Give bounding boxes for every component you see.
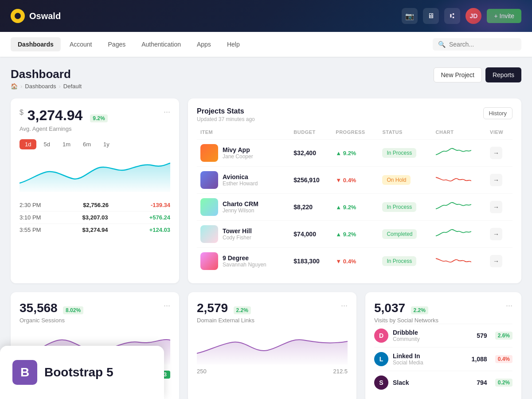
bootstrap-text: Bootstrap 5	[44, 365, 113, 379]
projects-table: ITEM BUDGET PROGRESS STATUS CHART VIEW M…	[197, 129, 512, 274]
domain-labels: 250 212.5	[197, 368, 348, 375]
social-value: 1,088	[472, 356, 487, 363]
table-row: Charto CRM Jenny Wilson $8,220 ▲ 9.2% In…	[197, 194, 512, 221]
social-details: Linked In Social Media	[393, 352, 423, 366]
project-details: Mivy App Jane Cooper	[223, 146, 253, 160]
social-networks-card: 5,037 2.2% Visits by Social Networks ···…	[365, 292, 521, 399]
social-header: 5,037 2.2% Visits by Social Networks ···	[374, 301, 512, 324]
social-more-icon[interactable]: ···	[506, 301, 512, 310]
table-row: Mivy App Jane Cooper $32,400 ▲ 9.2% In P…	[197, 140, 512, 167]
page-title: Dashboard	[11, 67, 82, 81]
project-view-button[interactable]: →	[490, 201, 502, 213]
social-badge: 0.2%	[495, 379, 512, 387]
earnings-val-2: $3,207.03	[82, 214, 108, 221]
social-item: D Dribbble Community 579 2.6%	[374, 324, 512, 347]
social-badge: 2.6%	[495, 332, 512, 340]
time-btn-1y[interactable]: 1y	[98, 139, 115, 149]
project-chart	[432, 194, 487, 221]
project-item: Avionica Esther Howard	[200, 171, 286, 189]
social-info: 5,037 2.2% Visits by Social Networks	[374, 301, 438, 324]
breadcrumb-dashboards: Dashboards	[25, 83, 56, 90]
project-budget: $183,300	[293, 258, 319, 265]
project-item: Charto CRM Jenny Wilson	[200, 198, 286, 216]
avatar[interactable]: JD	[466, 8, 481, 24]
nav-dashboards[interactable]: Dashboards	[11, 37, 61, 51]
time-btn-6m[interactable]: 6m	[78, 139, 96, 149]
social-icon: D	[374, 329, 388, 343]
project-status: In Process	[382, 148, 416, 158]
nav-help[interactable]: Help	[220, 37, 247, 51]
project-view-button[interactable]: →	[490, 147, 502, 159]
invite-button[interactable]: + Invite	[487, 9, 521, 23]
project-name: 9 Degree	[223, 254, 266, 262]
earnings-chart	[20, 156, 170, 192]
social-label: Visits by Social Networks	[374, 317, 438, 324]
project-author: Cody Fisher	[223, 235, 252, 241]
project-thumb	[200, 225, 218, 243]
domain-more-icon[interactable]: ···	[341, 301, 348, 310]
project-chart	[432, 167, 487, 194]
domain-links-card: 2,579 2.2% Domain External Links ···	[188, 292, 356, 399]
project-thumb	[200, 198, 218, 216]
social-name: Linked In	[393, 352, 423, 360]
bootstrap-overlay: B Bootstrap 5	[0, 346, 164, 399]
social-value: 794	[477, 379, 487, 386]
earnings-time-1: 2:30 PM	[20, 202, 41, 208]
earnings-row-2: 3:10 PM $3,207.03 +576.24	[20, 211, 170, 223]
earnings-card: $ 3,274.94 9.2% Avg. Agent Earnings ··· …	[11, 98, 179, 283]
time-filters: 1d 5d 1m 6m 1y	[20, 139, 170, 149]
time-btn-1d[interactable]: 1d	[20, 139, 36, 149]
project-view-button[interactable]: →	[490, 174, 502, 186]
project-progress: ▼ 0.4%	[336, 177, 356, 184]
more-icon[interactable]: ···	[164, 107, 170, 117]
share-icon[interactable]: ⑆	[444, 8, 460, 24]
top-cards-grid: $ 3,274.94 9.2% Avg. Agent Earnings ··· …	[11, 98, 521, 283]
bootstrap-logo: B	[12, 360, 37, 385]
project-budget: $256,910	[293, 176, 319, 184]
camera-icon[interactable]: 📷	[402, 8, 418, 24]
table-row: 9 Degree Savannah Nguyen $183,300 ▼ 0.4%…	[197, 248, 512, 275]
new-project-button[interactable]: New Project	[434, 67, 482, 82]
project-budget: $8,220	[293, 203, 313, 211]
project-thumb	[200, 252, 218, 270]
earnings-badge: 9.2%	[90, 114, 107, 122]
project-view-button[interactable]: →	[490, 255, 502, 267]
project-view-button[interactable]: →	[490, 228, 502, 240]
social-item: L Linked In Social Media 1,088 0.4%	[374, 347, 512, 371]
nav-pages[interactable]: Pages	[101, 37, 133, 51]
project-item: 9 Degree Savannah Nguyen	[200, 252, 286, 270]
project-author: Jenny Wilson	[223, 207, 258, 214]
projects-title: Projects Stats	[197, 107, 255, 115]
screen-icon[interactable]: 🖥	[423, 8, 439, 24]
domain-header: 2,579 2.2% Domain External Links ···	[197, 301, 348, 324]
project-details: Avionica Esther Howard	[223, 173, 258, 187]
project-item: Tower Hill Cody Fisher	[200, 225, 286, 243]
logo-text: Oswald	[29, 11, 61, 21]
reports-button[interactable]: Reports	[485, 67, 521, 82]
project-name: Mivy App	[223, 146, 253, 153]
project-chart	[432, 140, 487, 167]
domain-value: 2,579	[197, 301, 228, 315]
topbar-actions: 📷 🖥 ⑆ JD + Invite	[402, 8, 521, 24]
earnings-label: Avg. Agent Earnings	[20, 125, 108, 132]
time-btn-5d[interactable]: 5d	[38, 139, 55, 149]
domain-label: Domain External Links	[197, 317, 254, 324]
project-name: Charto CRM	[223, 200, 258, 207]
social-value: 579	[477, 332, 487, 339]
search-box[interactable]: 🔍	[433, 38, 521, 51]
breadcrumb: 🏠 › Dashboards › Default	[11, 83, 82, 90]
history-button[interactable]: History	[483, 107, 512, 119]
col-view: VIEW	[486, 129, 512, 140]
nav-apps[interactable]: Apps	[190, 37, 218, 51]
social-icon: L	[374, 352, 388, 366]
sessions-more-icon[interactable]: ···	[164, 301, 170, 310]
nav-account[interactable]: Account	[63, 37, 99, 51]
time-btn-1m[interactable]: 1m	[57, 139, 76, 149]
project-chart	[432, 221, 487, 248]
topbar: Oswald 📷 🖥 ⑆ JD + Invite	[0, 0, 532, 32]
domain-chart	[197, 329, 348, 364]
earnings-change-1: -139.34	[151, 202, 170, 208]
nav-authentication[interactable]: Authentication	[134, 37, 188, 51]
project-author: Jane Cooper	[223, 153, 253, 160]
search-input[interactable]	[449, 41, 516, 48]
